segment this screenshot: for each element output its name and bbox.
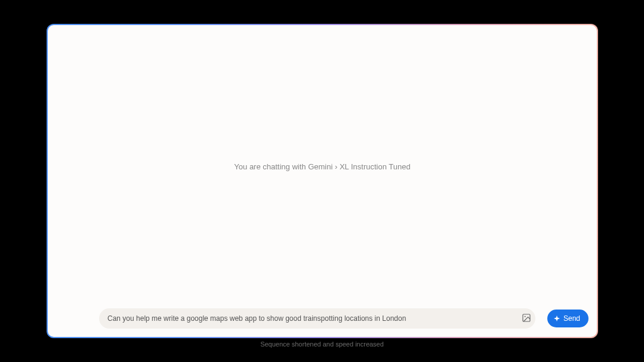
send-button-label: Send — [563, 314, 580, 323]
footer-disclaimer: Sequence shortened and speed increased — [0, 341, 644, 348]
prompt-input[interactable] — [99, 308, 535, 329]
chat-app-window: You are chatting with Gemini › XL Instru… — [48, 25, 597, 337]
chat-model-status: You are chatting with Gemini › XL Instru… — [234, 162, 410, 171]
send-button[interactable]: Send — [547, 310, 588, 327]
image-upload-button[interactable] — [520, 312, 533, 325]
input-bar: Send — [48, 308, 597, 337]
svg-point-1 — [525, 315, 526, 317]
image-icon — [522, 313, 531, 324]
sparkle-icon — [553, 315, 560, 322]
chat-area: You are chatting with Gemini › XL Instru… — [48, 25, 597, 308]
